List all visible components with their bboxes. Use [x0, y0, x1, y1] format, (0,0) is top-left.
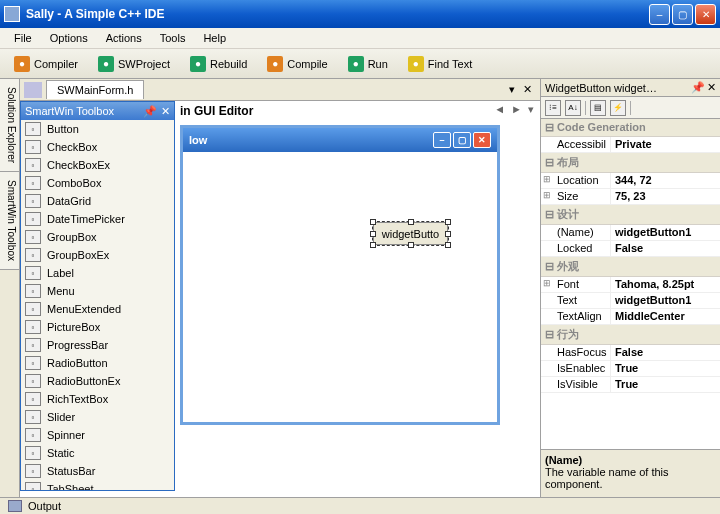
toolbox-item-progressbar[interactable]: ▫ProgressBar [21, 336, 174, 354]
toolbox-item-checkbox[interactable]: ▫CheckBox [21, 138, 174, 156]
prop-row-size[interactable]: Size75, 23 [541, 189, 720, 205]
combobox-icon: ▫ [25, 176, 41, 190]
back-icon[interactable]: ◄ [494, 103, 505, 116]
side-tab-solution-explorer[interactable]: Solution Explorer [0, 79, 19, 172]
toolbox-item-groupboxex[interactable]: ▫GroupBoxEx [21, 246, 174, 264]
document-icon [24, 82, 42, 98]
menu-options[interactable]: Options [42, 30, 96, 46]
toolbox-panel: SmartWin Toolbox 📌 ✕ ▫Button▫CheckBox▫Ch… [20, 101, 175, 491]
main-toolbar: ●Compiler●SWProject●Rebuild●Compile●Run●… [0, 49, 720, 79]
groupboxex-icon: ▫ [25, 248, 41, 262]
design-surface[interactable]: low – ▢ ✕ widgetButto [180, 125, 500, 425]
toolbox-header: SmartWin Toolbox 📌 ✕ [21, 102, 174, 120]
prop-category[interactable]: ⊟ 布局 [541, 153, 720, 173]
prop-close-icon[interactable]: ✕ [707, 81, 716, 94]
design-window-title: low [189, 134, 207, 146]
minimize-button[interactable]: – [649, 4, 670, 25]
prop-row-locked[interactable]: LockedFalse [541, 241, 720, 257]
side-tab-strip: Solution ExplorerSmartWin Toolbox [0, 79, 20, 497]
properties-description: (Name) The variable name of this compone… [541, 449, 720, 497]
prop-row-accessibil[interactable]: AccessibilPrivate [541, 137, 720, 153]
menu-icon: ▫ [25, 284, 41, 298]
toolbox-item-static[interactable]: ▫Static [21, 444, 174, 462]
toolbox-item-richtextbox[interactable]: ▫RichTextBox [21, 390, 174, 408]
prop-row-font[interactable]: FontTahoma, 8.25pt [541, 277, 720, 293]
toolbox-item-groupbox[interactable]: ▫GroupBox [21, 228, 174, 246]
menu-bar: FileOptionsActionsToolsHelp [0, 28, 720, 49]
toolbox-item-menuextended[interactable]: ▫MenuExtended [21, 300, 174, 318]
menu-actions[interactable]: Actions [98, 30, 150, 46]
toolbar-swproject[interactable]: ●SWProject [92, 54, 176, 74]
file-tab-bar: SWMainForm.h ▾ ✕ [20, 79, 540, 101]
side-tab-smartwin-toolbox[interactable]: SmartWin Toolbox [0, 172, 19, 270]
tab-menu-icon[interactable]: ▾ [505, 83, 519, 96]
label-icon: ▫ [25, 266, 41, 280]
prop-category[interactable]: ⊟ 设计 [541, 205, 720, 225]
close-button[interactable]: ✕ [695, 4, 716, 25]
compiler-icon: ● [14, 56, 30, 72]
prop-category[interactable]: ⊟ Code Generation [541, 119, 720, 137]
maximize-button[interactable]: ▢ [672, 4, 693, 25]
prop-category[interactable]: ⊟ 外观 [541, 257, 720, 277]
toolbar-run[interactable]: ●Run [342, 54, 394, 74]
categorized-icon[interactable]: ⁝≡ [545, 100, 561, 116]
prop-pin-icon[interactable]: 📌 [691, 81, 705, 94]
widget-button[interactable]: widgetButto [373, 222, 448, 245]
output-tab[interactable]: Output [28, 500, 61, 512]
tab-close-icon[interactable]: ✕ [519, 83, 536, 96]
menu-file[interactable]: File [6, 30, 40, 46]
menu-icon[interactable]: ▾ [528, 103, 534, 116]
properties-title: WidgetButton widget… [545, 82, 657, 94]
prop-row-text[interactable]: TextwidgetButton1 [541, 293, 720, 309]
design-min-icon: – [433, 132, 451, 148]
toolbox-item-radiobutton[interactable]: ▫RadioButton [21, 354, 174, 372]
toolbox-close-icon[interactable]: ✕ [161, 105, 170, 118]
toolbox-item-button[interactable]: ▫Button [21, 120, 174, 138]
toolbox-item-statusbar[interactable]: ▫StatusBar [21, 462, 174, 480]
toolbox-item-slider[interactable]: ▫Slider [21, 408, 174, 426]
toolbar-compiler[interactable]: ●Compiler [8, 54, 84, 74]
toolbar-compile[interactable]: ●Compile [261, 54, 333, 74]
toolbox-item-checkboxex[interactable]: ▫CheckBoxEx [21, 156, 174, 174]
properties-grid[interactable]: ⊟ Code GenerationAccessibilPrivate⊟ 布局Lo… [541, 119, 720, 449]
toolbox-item-datetimepicker[interactable]: ▫DateTimePicker [21, 210, 174, 228]
prop-row-isvisible[interactable]: IsVisibleTrue [541, 377, 720, 393]
output-icon[interactable] [8, 500, 22, 512]
pin-icon[interactable]: 📌 [143, 105, 157, 118]
menu-tools[interactable]: Tools [152, 30, 194, 46]
toolbar-find text[interactable]: ●Find Text [402, 54, 478, 74]
rebuild-icon: ● [190, 56, 206, 72]
alphabetical-icon[interactable]: A↓ [565, 100, 581, 116]
design-grid[interactable]: widgetButto [183, 152, 497, 422]
spinner-icon: ▫ [25, 428, 41, 442]
toolbox-item-datagrid[interactable]: ▫DataGrid [21, 192, 174, 210]
toolbox-item-combobox[interactable]: ▫ComboBox [21, 174, 174, 192]
editor-caption: in GUI Editor [180, 104, 253, 118]
toolbox-item-menu[interactable]: ▫Menu [21, 282, 174, 300]
window-title: Sally - A Simple C++ IDE [26, 7, 649, 21]
menuextended-icon: ▫ [25, 302, 41, 316]
properties-icon[interactable]: ▤ [590, 100, 606, 116]
prop-row-isenablec[interactable]: IsEnablecTrue [541, 361, 720, 377]
file-tab[interactable]: SWMainForm.h [46, 80, 144, 99]
events-icon[interactable]: ⚡ [610, 100, 626, 116]
forward-icon[interactable]: ► [511, 103, 522, 116]
picturebox-icon: ▫ [25, 320, 41, 334]
run-icon: ● [348, 56, 364, 72]
title-bar: Sally - A Simple C++ IDE – ▢ ✕ [0, 0, 720, 28]
toolbox-item-spinner[interactable]: ▫Spinner [21, 426, 174, 444]
toolbox-list: ▫Button▫CheckBox▫CheckBoxEx▫ComboBox▫Dat… [21, 120, 174, 490]
toolbox-item-tabsheet[interactable]: ▫TabSheet [21, 480, 174, 490]
menu-help[interactable]: Help [195, 30, 234, 46]
toolbox-item-picturebox[interactable]: ▫PictureBox [21, 318, 174, 336]
toolbar-rebuild[interactable]: ●Rebuild [184, 54, 253, 74]
toolbox-item-label[interactable]: ▫Label [21, 264, 174, 282]
prop-row-textalign[interactable]: TextAlignMiddleCenter [541, 309, 720, 325]
prop-row-hasfocus[interactable]: HasFocusFalse [541, 345, 720, 361]
prop-row-name[interactable]: (Name)widgetButton1 [541, 225, 720, 241]
toolbox-item-radiobuttonex[interactable]: ▫RadioButtonEx [21, 372, 174, 390]
prop-row-location[interactable]: Location344, 72 [541, 173, 720, 189]
tabsheet-icon: ▫ [25, 482, 41, 490]
radiobuttonex-icon: ▫ [25, 374, 41, 388]
prop-category[interactable]: ⊟ 行为 [541, 325, 720, 345]
